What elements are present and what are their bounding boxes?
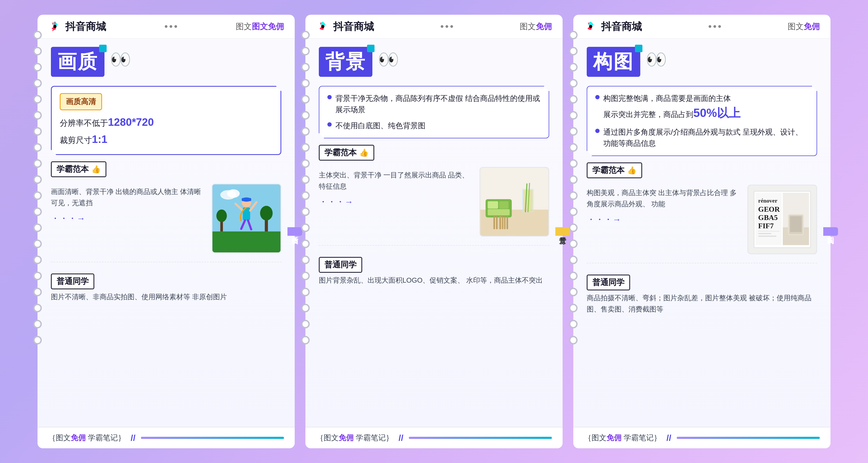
bullet-item-c2: 通过图片多角度展示/介绍商品外观与款式 呈现外观、设计、功能等商品信息 [595, 127, 808, 149]
spiral-ring [33, 304, 42, 312]
spiral-ring [569, 143, 578, 152]
poor-description: 图片不清晰、非商品实拍图、使用网络素材等 非原创图片 [51, 292, 281, 303]
big-title-badge-3: 构图 [587, 47, 640, 77]
example-left-3: 构图美观，商品主体突 出主体与背景占比合理 多角度展示商品外观、 功能 ・・・→ [587, 185, 741, 226]
example-image-svg-2 [480, 167, 548, 237]
poor-description-3: 商品拍摄不清晰、弯斜；图片杂乱差，图片整体美观 被破坏；使用纯商品图、售卖图、消… [587, 293, 817, 315]
example-description: 画面清晰、背景干净 出镜的商品或人物主 体清晰可见，无遮挡 [51, 186, 205, 208]
spiral-ring [569, 336, 578, 344]
example-left-2: 主体突出、背景干净 一目了然展示出商品 品类、特征信息 ・・・→ [319, 167, 473, 208]
example-label-section-3: 学霸范本 👍 [587, 162, 817, 178]
poor-description-2: 图片背景杂乱、出现大面积LOGO、促销文案、 水印等，商品主体不突出 [319, 275, 549, 286]
svg-point-3 [227, 190, 240, 198]
spiral-ring [33, 224, 42, 232]
spiral-ring [33, 79, 42, 88]
svg-text:GEOR: GEOR [758, 205, 780, 213]
example-section-label-3: 学霸范本 👍 [587, 162, 642, 178]
svg-rect-28 [494, 216, 495, 229]
footer-slashes: // [131, 433, 135, 443]
spiral-ring [569, 63, 578, 71]
bullet-text-c1: 构图完整饱满，商品需要是画面的主体展示突出并完整，商品占到50%以上 [603, 93, 741, 122]
tiktok-icon-3 [584, 20, 597, 33]
spiral-ring [33, 95, 42, 104]
svg-rect-21 [488, 201, 498, 208]
spiral-ring [301, 175, 310, 184]
spiral-ring [301, 191, 310, 200]
spiral-ring [33, 272, 42, 280]
header-badge-text-3: 图文免佣 [787, 21, 820, 32]
spiral-ring [301, 224, 310, 232]
tiktok-icon [48, 20, 62, 33]
poor-section-3: 普通同学 商品拍摄不清晰、弯斜；图片杂乱差，图片整体美观 被破坏；使用纯商品图、… [587, 274, 817, 315]
side-tab-composition: 构图 [823, 227, 838, 236]
header-dots-2 [441, 25, 453, 28]
quality-info-box: 画质高清 分辨率不低于1280*720 裁剪尺寸1:1 [51, 86, 281, 155]
header-dots [165, 25, 177, 28]
side-tab-quality: 画质 [287, 227, 302, 236]
svg-rect-22 [499, 201, 508, 208]
example-content-3: 构图美观，商品主体突 出主体与背景占比合理 多角度展示商品外观、 功能 ・・・→… [587, 185, 817, 254]
card-background: 背景 抖音商城 图文免佣 背景 👀 背景干净 [305, 15, 563, 448]
card-footer-background: ｛图文免佣 学霸笔记｝ // [305, 427, 563, 448]
example-image-svg [212, 184, 280, 253]
footer-slashes-3: // [666, 433, 671, 443]
spiral-ring [301, 288, 310, 296]
example-photo-background [479, 167, 549, 237]
bullet-text-2: 不使用白底图、纯色背景图 [335, 120, 426, 131]
spiral-ring [33, 336, 42, 344]
spiral-ring [569, 239, 578, 248]
spiral-ring [301, 111, 310, 120]
spiral-binding [33, 31, 42, 432]
spiral-ring [569, 304, 578, 312]
spiral-ring [569, 272, 578, 280]
spiral-ring [301, 256, 310, 264]
card-footer-quality: ｛图文免佣 学霸笔记｝ // [37, 427, 295, 448]
spiral-ring [569, 95, 578, 104]
card-body-composition: 构图 👀 构图完整饱满，商品需要是画面的主体展示突出并完整，商品占到50%以上 … [573, 39, 831, 427]
title-section-2: 背景 👀 [319, 47, 549, 77]
spiral-ring [569, 256, 578, 264]
spiral-ring [33, 127, 42, 136]
spiral-ring [33, 320, 42, 328]
spiral-ring [301, 79, 310, 88]
svg-rect-33 [506, 216, 508, 229]
header-app-title: 抖音商城 [65, 20, 106, 33]
example-label-section: 学霸范本 👍 [51, 161, 281, 177]
composition-bullet-box: 构图完整饱满，商品需要是画面的主体展示突出并完整，商品占到50%以上 通过图片多… [587, 86, 817, 156]
poor-section-2: 普通同学 图片背景杂乱、出现大面积LOGO、促销文案、 水印等，商品主体不突出 [319, 257, 549, 286]
spiral-ring [33, 159, 42, 168]
card-body-background: 背景 👀 背景干净无杂物，商品陈列有序不虚假 结合商品特性的使用或展示场景 不使… [305, 39, 563, 427]
svg-rect-44 [758, 233, 771, 234]
spiral-ring [569, 79, 578, 88]
spiral-ring [33, 256, 42, 264]
card-quality: 画质 抖音商城 图文图文免佣 画质 👀 [37, 15, 295, 448]
spiral-ring [301, 95, 310, 104]
background-bullet-box: 背景干净无杂物，商品陈列有序不虚假 结合商品特性的使用或展示场景 不使用白底图、… [319, 86, 549, 138]
bullet-item-2: 不使用白底图、纯色背景图 [328, 120, 540, 131]
bullet-item-1: 背景干净无杂物，商品陈列有序不虚假 结合商品特性的使用或展示场景 [328, 93, 540, 115]
spiral-ring [301, 304, 310, 312]
example-photo-quality [212, 184, 281, 253]
spiral-ring [569, 111, 578, 120]
header-left-2: 抖音商城 [316, 20, 374, 33]
header-left: 抖音商城 [48, 20, 106, 33]
footer-bar [141, 437, 284, 439]
divider-3 [587, 263, 817, 263]
spiral-ring [33, 175, 42, 184]
poor-section-label: 普通同学 [51, 273, 94, 289]
card-header-2: 抖音商城 图文免佣 [305, 15, 563, 39]
card-header-3: 抖音商城 图文免佣 [573, 15, 831, 39]
header-badge-text-2: 图文免佣 [520, 21, 552, 32]
spiral-ring [33, 111, 42, 120]
spiral-ring [569, 207, 578, 216]
spiral-ring [33, 31, 42, 39]
spiral-ring [301, 31, 310, 39]
big-title-badge-2: 背景 [319, 47, 372, 77]
arrow-decoration-3: ・・・→ [587, 214, 741, 226]
svg-rect-50 [790, 216, 802, 232]
thumb-icon: 👍 [91, 165, 101, 174]
header-app-title-3: 抖音商城 [601, 20, 642, 33]
card-body-quality: 画质 👀 画质高清 分辨率不低于1280*720 裁剪尺寸1:1 学霸范本 👍 … [37, 39, 295, 427]
bullet-dot-c2 [595, 129, 599, 133]
title-section-3: 构图 👀 [587, 47, 817, 77]
